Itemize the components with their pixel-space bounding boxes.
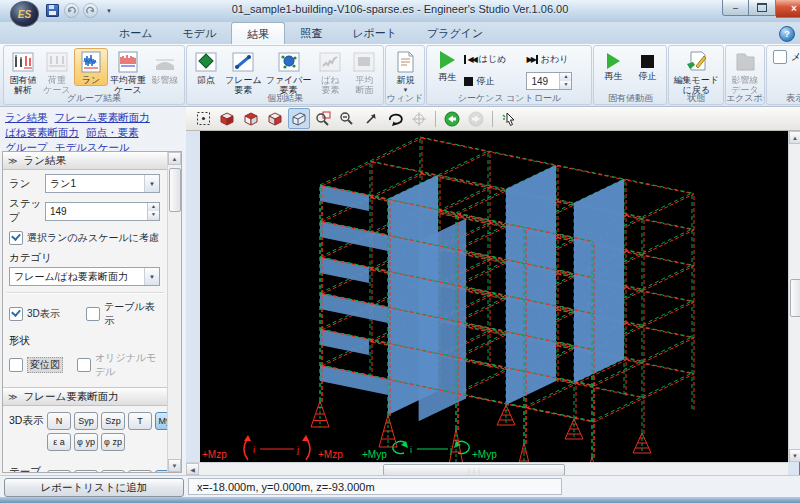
- eigen-play-button[interactable]: 再生: [596, 48, 630, 82]
- eigen-stop-icon: [641, 55, 654, 68]
- view3d-checkbox[interactable]: [9, 307, 23, 321]
- step-input[interactable]: 149 ▲▼: [45, 202, 160, 221]
- frame-forces-header[interactable]: ≫ フレーム要素断面力: [3, 387, 168, 406]
- sidebar-scroll-up-icon[interactable]: ▲: [168, 152, 181, 165]
- node-button[interactable]: 節点: [189, 48, 223, 86]
- tab-model[interactable]: モデル: [168, 22, 232, 44]
- zoom-window-icon: [315, 111, 331, 127]
- viewport-scroll-up-icon[interactable]: ▲: [789, 131, 800, 144]
- zoom-window-button[interactable]: [312, 108, 334, 129]
- sequence-play-button[interactable]: 再生: [430, 48, 464, 92]
- app-menu-button[interactable]: ES: [10, 1, 39, 27]
- tab-home[interactable]: ホーム: [104, 22, 168, 44]
- run-button[interactable]: ラン: [74, 48, 108, 86]
- toggle-table-n[interactable]: N: [47, 470, 71, 473]
- select-pointer-icon: [501, 111, 517, 127]
- sequence-end-button[interactable]: ▶▶ おわり: [526, 53, 588, 66]
- sidebar-scroll-thumb[interactable]: [169, 168, 181, 212]
- link-spring-forces[interactable]: ばね要素断面力: [5, 125, 79, 140]
- toggle-3d-phiyp[interactable]: φ yp: [74, 433, 98, 451]
- help-button[interactable]: ?: [779, 26, 795, 42]
- toggle-table-t[interactable]: T: [128, 470, 152, 473]
- table-view-checkbox[interactable]: [86, 307, 100, 321]
- rotate-icon: [387, 111, 403, 127]
- maximize-button[interactable]: [749, 0, 776, 16]
- avg-load-case-button[interactable]: 平均荷重 ケース: [108, 48, 148, 96]
- tab-check[interactable]: 照査: [285, 22, 337, 44]
- frame-element-button[interactable]: フレーム 要素: [223, 48, 264, 96]
- link-frame-forces[interactable]: フレーム要素断面力: [55, 110, 150, 125]
- run-label: ラン: [9, 177, 45, 191]
- sequence-stop-button[interactable]: 停止: [464, 75, 526, 88]
- legend-arrowhead: [244, 435, 251, 441]
- next-view-button: [465, 108, 487, 129]
- minimize-button[interactable]: –: [722, 0, 749, 16]
- legend-myp-right: +Myp: [472, 449, 497, 460]
- step-input-spinner[interactable]: ▲▼: [147, 203, 159, 220]
- run-results-header[interactable]: ≫ ラン結果: [3, 152, 168, 170]
- category-select[interactable]: フレーム/ばね要素断面力 ▼: [9, 267, 160, 286]
- displacement-toggle[interactable]: 変位図: [9, 357, 77, 373]
- zoom-extents-button[interactable]: [192, 108, 214, 129]
- ribbon-group-show-hide: メッセージ 表示/非表示: [766, 45, 800, 105]
- eigen-stop-button[interactable]: 停止: [630, 48, 664, 82]
- table-view-toggle[interactable]: テーブル表示: [86, 300, 162, 328]
- tab-result[interactable]: 結果: [231, 22, 285, 45]
- skip-to-end-icon: ▶▶: [526, 55, 537, 64]
- message-label: メッセージ: [791, 50, 800, 64]
- toggle-3d-n[interactable]: N: [47, 412, 71, 430]
- fiber-element-button[interactable]: ファイバー 要素: [264, 48, 314, 96]
- legend-i-label: i: [253, 445, 255, 455]
- coordinate-text: x=-18.000m, y=0.000m, z=-93.000m: [197, 481, 375, 493]
- play-icon: [440, 51, 455, 69]
- select-pointer-button[interactable]: [498, 108, 520, 129]
- view-front-button[interactable]: [216, 108, 238, 129]
- step-spinner[interactable]: ▲▼: [559, 73, 571, 89]
- window-bottom-border: [0, 497, 800, 503]
- previous-view-button[interactable]: [441, 108, 463, 129]
- add-to-report-list-button[interactable]: レポートリストに追加: [4, 478, 184, 497]
- displacement-checkbox[interactable]: [9, 358, 23, 372]
- toggle-3d-phizp[interactable]: φ zp: [101, 433, 125, 451]
- viewport-horizontal-scrollbar[interactable]: ◀ ⋮⋮⋮: [186, 462, 788, 476]
- step-spin-up-icon: ▲: [148, 203, 159, 212]
- sidebar-scrollbar[interactable]: ▲ ▼: [167, 152, 181, 472]
- message-toggle[interactable]: メッセージ: [767, 46, 800, 68]
- viewport-vscroll-thumb[interactable]: [790, 279, 800, 317]
- view-isometric-button[interactable]: [288, 108, 310, 129]
- viewport-scroll-left-icon[interactable]: ◀: [186, 463, 199, 475]
- toggle-3d-ea[interactable]: ε a: [47, 433, 71, 451]
- message-checkbox[interactable]: [773, 50, 787, 64]
- link-run-results[interactable]: ラン結果: [5, 110, 48, 125]
- only-selected-run-toggle[interactable]: 選択ランのみスケールに考慮: [3, 225, 168, 245]
- eigen-analysis-button[interactable]: 固有値 解析: [6, 48, 40, 96]
- rotate-view-button[interactable]: [384, 108, 406, 129]
- close-button[interactable]: ×: [776, 0, 800, 18]
- link-node-element[interactable]: 節点・要素: [86, 125, 139, 140]
- view-side-button[interactable]: [264, 108, 286, 129]
- toggle-table-syp[interactable]: Syp: [74, 470, 98, 473]
- run-select[interactable]: ラン1 ▼: [45, 174, 160, 193]
- structure-scene: +Mzp i j +Mzp +Myp i j +Myp: [200, 131, 788, 462]
- view3d-toggle[interactable]: 3D表示: [9, 307, 86, 321]
- 3d-viewport[interactable]: +Mzp i j +Mzp +Myp i j +Myp: [200, 131, 788, 462]
- table-view-label: テーブル表示: [104, 300, 162, 328]
- return-edit-mode-button[interactable]: 編集モード に戻る: [671, 48, 720, 96]
- toggle-3d-t[interactable]: T: [128, 412, 152, 430]
- sequence-begin-button[interactable]: ◀◀ はじめ: [464, 53, 526, 66]
- tab-plugin[interactable]: プラグイン: [412, 22, 498, 44]
- toggle-3d-syp[interactable]: Syp: [74, 412, 98, 430]
- new-window-label: 新規: [396, 75, 414, 85]
- toggle-table-szp[interactable]: Szp: [101, 470, 125, 473]
- only-selected-run-checkbox[interactable]: [9, 231, 23, 245]
- new-window-button[interactable]: 新規 ▼: [388, 48, 422, 96]
- toggle-3d-szp[interactable]: Szp: [101, 412, 125, 430]
- viewport-scroll-down-icon[interactable]: ▼: [789, 449, 800, 462]
- view-top-button[interactable]: [240, 108, 262, 129]
- sequence-step-input[interactable]: 149 ▲▼: [526, 72, 572, 90]
- viewport-vertical-scrollbar[interactable]: ▲ ▼: [788, 131, 800, 462]
- pan-button[interactable]: [360, 108, 382, 129]
- zoom-out-button[interactable]: [336, 108, 358, 129]
- tab-report[interactable]: レポート: [337, 22, 412, 44]
- sidebar-scroll-down-icon[interactable]: ▼: [168, 459, 181, 472]
